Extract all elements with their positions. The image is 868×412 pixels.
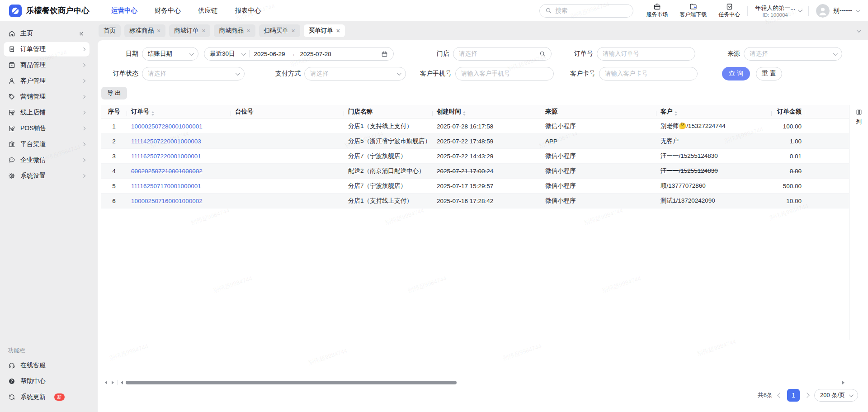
tab-mall-orders[interactable]: 商城订单: [169, 24, 210, 37]
help-icon: [8, 378, 15, 385]
date-range-control[interactable]: 最近30日 2025-06-29 → 2025-07-28: [204, 47, 394, 61]
account-id: ID: 100004: [762, 12, 788, 18]
customer-card-input[interactable]: 请输入客户卡号: [599, 67, 698, 81]
sidebar-item-label: 企业微信: [20, 156, 46, 164]
col-created-time[interactable]: 创建时间: [432, 108, 541, 116]
order-link[interactable]: 100002507160001000002: [131, 198, 203, 204]
client-download-link[interactable]: 客户端下载: [679, 3, 707, 19]
task-center-link[interactable]: 任务中心: [718, 3, 740, 19]
pay-method-select[interactable]: 请选择: [304, 67, 406, 81]
sidebar: 主页 订单管理 商品管理 客户管理 营销管理 线上店铺: [0, 21, 93, 412]
nav-supply-chain[interactable]: 供应链: [198, 6, 218, 15]
global-search-input[interactable]: 搜索: [539, 4, 633, 18]
app-window: 乐檬餐饮商户中心 运营中心 财务中心 供应链 报表中心 搜索 服务市场 客户端下…: [0, 0, 868, 412]
date-type-select[interactable]: 结账日期: [142, 47, 198, 61]
account-name: 年轻人的第一...: [755, 4, 795, 12]
close-icon[interactable]: [202, 28, 205, 34]
source-select[interactable]: 请选择: [744, 47, 842, 61]
divider: [854, 130, 863, 130]
close-icon[interactable]: [246, 28, 250, 34]
date-end-value[interactable]: 2025-07-28: [300, 51, 331, 57]
scrollbar-thumb[interactable]: [126, 381, 457, 384]
service-market-link[interactable]: 服务市场: [646, 3, 668, 19]
prev-page-icon[interactable]: [777, 393, 782, 398]
goods-icon: [8, 62, 15, 69]
page-number-button[interactable]: 1: [787, 389, 800, 402]
sidebar-collapse-icon[interactable]: [78, 30, 85, 37]
col-customer[interactable]: 客户: [656, 108, 771, 116]
customer-phone-input[interactable]: 请输入客户手机号: [455, 67, 554, 81]
table-row-cancelled: 4 000202507210001000002 配送2（南京浦口配送中心） 20…: [101, 164, 849, 179]
user-menu[interactable]: 别------: [816, 4, 859, 18]
sort-icon[interactable]: [151, 111, 154, 116]
sidebar-item-help-center[interactable]: 帮助中心: [4, 374, 90, 388]
close-icon[interactable]: [336, 28, 340, 34]
sort-icon[interactable]: [675, 111, 677, 116]
sidebar-item-orders[interactable]: 订单管理: [4, 42, 90, 57]
page-size-select[interactable]: 200 条/页: [814, 389, 858, 402]
brand-logo-icon: [9, 5, 22, 17]
sidebar-item-label: 营销管理: [20, 93, 46, 101]
tab-pay-orders[interactable]: 买单订单: [304, 24, 345, 37]
divider: [249, 50, 250, 57]
order-no-input[interactable]: 请输入订单号: [597, 47, 695, 61]
close-icon[interactable]: [157, 28, 160, 34]
sidebar-item-online-store[interactable]: 线上店铺: [4, 105, 90, 120]
tabs-more-button[interactable]: [853, 25, 863, 36]
function-bar-label: 功能栏: [0, 347, 93, 355]
tab-scan-pay[interactable]: 扫码买单: [259, 24, 300, 37]
sort-icon[interactable]: [463, 111, 466, 116]
bank-icon: [8, 141, 15, 148]
nav-finance[interactable]: 财务中心: [155, 6, 181, 15]
tab-mall-goods[interactable]: 商城商品: [214, 24, 255, 37]
account-switcher[interactable]: 年轻人的第一... ID: 100004: [755, 4, 801, 18]
nav-reports[interactable]: 报表中心: [235, 6, 261, 15]
nav-operations[interactable]: 运营中心: [111, 6, 137, 15]
table-row: 2 111142507220001000003 分店5（浙江省宁波市旗舰店） 2…: [101, 134, 849, 149]
scroll-right-icon[interactable]: [842, 381, 847, 384]
tab-standard-goods[interactable]: 标准商品: [124, 24, 165, 37]
sidebar-item-home[interactable]: 主页: [4, 26, 90, 41]
order-link[interactable]: 111162507170001000001: [131, 183, 201, 189]
sidebar-item-label: POS销售: [20, 124, 47, 133]
order-icon: [8, 46, 15, 53]
reset-button[interactable]: 重 置: [756, 67, 782, 81]
sidebar-item-wecom[interactable]: 企业微信: [4, 153, 90, 167]
column-grid-icon[interactable]: [856, 109, 862, 115]
column-settings-label[interactable]: 列: [856, 118, 862, 126]
sidebar-item-goods[interactable]: 商品管理: [4, 58, 90, 72]
col-order-no[interactable]: 订单号: [127, 108, 231, 116]
sidebar-item-pos-sales[interactable]: POS销售: [4, 121, 90, 136]
chevron-right-icon: [82, 174, 85, 178]
sidebar-item-platform-channels[interactable]: 平台渠道: [4, 137, 90, 152]
sidebar-item-settings[interactable]: 系统设置: [4, 169, 90, 183]
chevron-right-icon: [82, 111, 85, 114]
avatar: [816, 4, 830, 18]
sidebar-item-marketing[interactable]: 营销管理: [4, 90, 90, 104]
scroll-left-icon[interactable]: [105, 381, 107, 384]
pagination: 共6条 1 200 条/页: [758, 388, 858, 402]
export-button[interactable]: 导 出: [101, 87, 127, 99]
search-button[interactable]: 查 询: [722, 67, 750, 81]
order-link[interactable]: 111142507220001000003: [131, 138, 201, 145]
sidebar-item-label: 主页: [20, 29, 33, 38]
order-link[interactable]: 000202507210001000002: [131, 168, 203, 175]
store-select[interactable]: 请选择: [453, 47, 552, 61]
chevron-right-icon: [82, 142, 85, 146]
folder-download-icon: [689, 3, 697, 10]
tab-home[interactable]: 首页: [99, 24, 121, 37]
sidebar-item-label: 系统设置: [20, 172, 46, 180]
sidebar-item-system-update[interactable]: 系统更新 新: [4, 390, 90, 404]
next-page-icon[interactable]: [804, 393, 809, 398]
order-status-select[interactable]: 请选择: [142, 67, 245, 81]
sidebar-item-customers[interactable]: 客户管理: [4, 74, 90, 88]
order-link[interactable]: 100002507280001000001: [131, 123, 203, 130]
scrollbar-track[interactable]: [123, 381, 842, 385]
close-icon[interactable]: [292, 28, 295, 34]
sidebar-item-online-service[interactable]: 在线客服: [4, 358, 90, 373]
date-start-value[interactable]: 2025-06-29: [254, 51, 285, 57]
order-link[interactable]: 111162507220001000001: [131, 153, 201, 160]
scroll-right-icon[interactable]: [112, 381, 114, 384]
main-panel: 日期 结账日期 最近30日 2025-06-29 → 2025-07-28 门店…: [98, 40, 868, 412]
clipboard-check-icon: [726, 3, 733, 10]
